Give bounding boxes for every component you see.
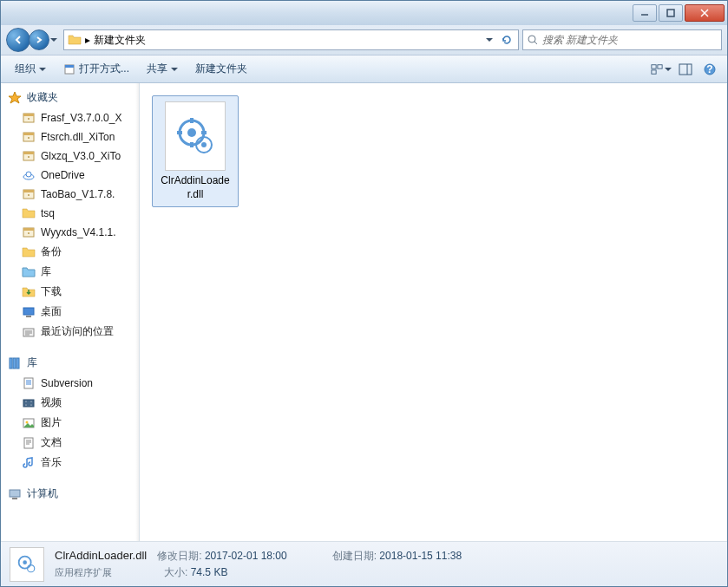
search-icon (527, 34, 539, 46)
svg-rect-47 (10, 490, 20, 497)
svg-rect-48 (12, 498, 17, 499)
refresh-button[interactable] (499, 31, 515, 49)
svg-rect-7 (65, 65, 74, 68)
sidebar-item-label: 下载 (41, 284, 62, 299)
sidebar[interactable]: 收藏夹 Frasf_V3.7.0.0_XFtsrch.dll_XiTonGlxz… (1, 83, 140, 541)
svg-point-4 (528, 36, 535, 42)
titlebar (1, 1, 727, 25)
computer-header[interactable]: 计算机 (1, 483, 139, 505)
sidebar-item[interactable]: tsq (1, 204, 139, 223)
minimize-icon (640, 9, 649, 17)
sidebar-item-label: Frasf_V3.7.0.0_X (41, 112, 121, 124)
svg-point-43 (30, 404, 31, 405)
sidebar-item[interactable]: 桌面 (1, 302, 139, 322)
sidebar-item-label: 音乐 (41, 455, 62, 470)
archive-icon (22, 187, 36, 201)
desktop-icon (22, 305, 36, 319)
sidebar-item[interactable]: 最近访问的位置 (1, 322, 139, 342)
search-input[interactable] (542, 34, 718, 46)
sidebar-item[interactable]: TaoBao_V1.7.8. (1, 185, 139, 204)
folder-icon (68, 33, 82, 47)
svg-rect-10 (652, 69, 656, 73)
nav-history-dropdown[interactable] (48, 29, 60, 50)
sidebar-item[interactable]: Wyyxds_V4.1.1. (1, 223, 139, 242)
details-text: ClrAddinLoader.dll 修改日期: 2017-02-01 18:0… (55, 549, 462, 580)
picture-icon (22, 416, 36, 430)
sidebar-item-label: Subversion (41, 377, 93, 389)
maximize-icon (666, 9, 675, 17)
computer-icon (8, 487, 22, 501)
computer-group: 计算机 (1, 483, 139, 505)
view-button[interactable] (651, 60, 672, 79)
breadcrumb-field[interactable]: ▸ 新建文件夹 (63, 29, 519, 50)
chevron-down-icon (486, 38, 493, 42)
sidebar-item[interactable]: 音乐 (1, 453, 139, 473)
refresh-icon (501, 34, 513, 46)
toolbar: 组织 打开方式... 共享 新建文件夹 ? (1, 55, 727, 83)
svg-rect-36 (13, 358, 16, 369)
preview-pane-button[interactable] (675, 60, 696, 79)
openwith-button[interactable]: 打开方式... (56, 58, 136, 80)
sidebar-item[interactable]: 库 (1, 262, 139, 282)
nav-buttons (6, 28, 60, 52)
svg-point-40 (25, 401, 26, 401)
svg-rect-51 (190, 142, 193, 147)
forward-icon (35, 36, 43, 44)
app-icon (63, 63, 75, 75)
sidebar-item[interactable]: Frasf_V3.7.0.0_X (1, 108, 139, 127)
sidebar-item[interactable]: 下载 (1, 282, 139, 302)
organize-button[interactable]: 组织 (8, 58, 53, 80)
sidebar-item[interactable]: Subversion (1, 374, 139, 393)
newfolder-button[interactable]: 新建文件夹 (188, 58, 254, 80)
organize-label: 组织 (15, 62, 36, 76)
newfolder-label: 新建文件夹 (195, 62, 247, 76)
close-button[interactable] (685, 4, 725, 22)
sidebar-item[interactable]: 图片 (1, 413, 139, 433)
breadcrumb-separator: ▸ (85, 34, 90, 46)
openwith-label: 打开方式... (79, 62, 129, 76)
sidebar-item[interactable]: Ftsrch.dll_XiTon (1, 127, 139, 147)
svg-rect-52 (177, 131, 182, 134)
preview-icon (679, 63, 692, 75)
sidebar-item[interactable]: OneDrive (1, 166, 139, 185)
sidebar-item[interactable]: 备份 (1, 242, 139, 262)
libraries-header[interactable]: 库 (1, 352, 139, 374)
share-button[interactable]: 共享 (140, 58, 185, 80)
sidebar-item-label: 库 (41, 264, 51, 279)
svg-rect-37 (16, 358, 19, 369)
svg-line-5 (535, 42, 537, 44)
breadcrumb-dropdown[interactable] (482, 31, 497, 49)
sidebar-item[interactable]: 文档 (1, 433, 139, 453)
svg-point-20 (28, 137, 30, 139)
back-button[interactable] (6, 28, 30, 52)
file-item[interactable]: ClrAddinLoader.dll (152, 95, 239, 207)
mod-value: 2017-02-01 18:00 (205, 550, 287, 562)
dll-icon (15, 552, 39, 577)
sidebar-item[interactable]: Glxzq_V3.0_XiTo (1, 147, 139, 166)
svg-point-41 (25, 404, 26, 405)
sidebar-item-label: 最近访问的位置 (41, 324, 114, 339)
forward-button[interactable] (29, 29, 49, 50)
help-button[interactable]: ? (699, 60, 720, 79)
svg-rect-9 (658, 64, 662, 68)
minimize-button[interactable] (633, 4, 657, 22)
computer-label: 计算机 (27, 486, 58, 501)
svg-rect-32 (23, 308, 34, 315)
sidebar-item-label: OneDrive (41, 169, 85, 181)
svg-rect-30 (23, 228, 34, 231)
sidebar-item[interactable]: 视频 (1, 393, 139, 413)
breadcrumb-current[interactable]: 新建文件夹 (94, 33, 146, 48)
sidebar-item-label: 桌面 (41, 304, 62, 319)
favorites-header[interactable]: 收藏夹 (1, 87, 139, 108)
details-thumbnail (10, 547, 44, 582)
search-box[interactable] (522, 29, 722, 50)
maximize-button[interactable] (659, 4, 683, 22)
svg-point-54 (187, 128, 196, 137)
file-list[interactable]: ClrAddinLoader.dll (140, 83, 727, 541)
details-type: 应用程序扩展 (55, 566, 112, 579)
chevron-down-icon (171, 68, 178, 71)
svg-point-59 (28, 564, 35, 571)
svg-rect-11 (679, 64, 692, 75)
libraries-group: 库 Subversion视频图片文档音乐 (1, 352, 139, 473)
svg-point-31 (28, 232, 30, 234)
